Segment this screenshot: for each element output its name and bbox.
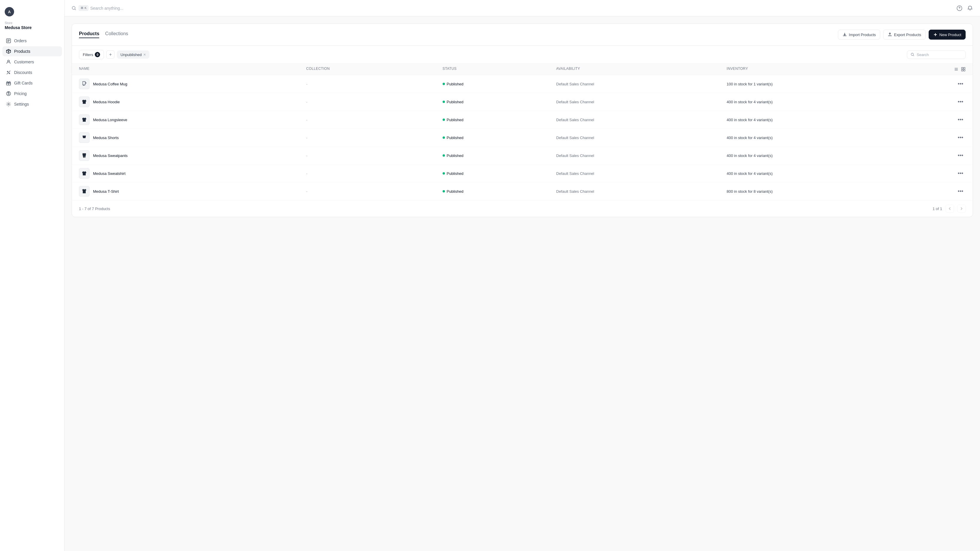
import-icon	[842, 32, 847, 37]
card-header: Products Collections Import Products	[72, 24, 973, 46]
status-label: Published	[447, 189, 463, 194]
sidebar-item-discounts-label: Discounts	[14, 70, 32, 75]
product-cell: Medusa Sweatpants	[79, 150, 306, 161]
product-more-button[interactable]: •••	[955, 80, 966, 88]
table-row[interactable]: Medusa Sweatshirt - Published Default Sa…	[72, 165, 973, 183]
product-more-button[interactable]: •••	[955, 151, 966, 160]
import-products-button[interactable]: Import Products	[838, 30, 880, 40]
product-thumbnail	[79, 150, 89, 161]
product-inventory: 400 in stock for 4 variant(s)	[727, 118, 954, 122]
tab-collections[interactable]: Collections	[105, 31, 128, 38]
footer-count: 1 - 7 of 7 Products	[79, 206, 110, 211]
filters-left: Filters 0 + Unpublished ×	[79, 50, 150, 59]
product-name: Medusa Shorts	[93, 135, 119, 140]
product-availability: Default Sales Channel	[556, 189, 727, 194]
product-actions: •••	[954, 151, 966, 160]
svg-rect-13	[964, 70, 965, 71]
content: Products Collections Import Products	[65, 16, 980, 551]
product-name: Medusa Coffee Mug	[93, 82, 127, 86]
sidebar-item-gift-cards-label: Gift Cards	[14, 81, 33, 86]
product-collection: -	[306, 118, 442, 122]
sidebar-nav: Orders Products Customers	[0, 36, 64, 109]
sidebar-item-discounts[interactable]: Discounts	[2, 67, 62, 78]
product-actions: •••	[954, 133, 966, 142]
product-name: Medusa Sweatpants	[93, 154, 128, 158]
tab-area: Products Collections	[79, 31, 134, 38]
table-row[interactable]: Medusa Longsleeve - Published Default Sa…	[72, 111, 973, 129]
new-product-button[interactable]: New Product	[929, 30, 966, 40]
product-collection: -	[306, 100, 442, 104]
search-placeholder-text: Search anything...	[90, 6, 123, 11]
sidebar-item-orders[interactable]: Orders	[2, 36, 62, 46]
table-row[interactable]: Medusa T-Shirt - Published Default Sales…	[72, 183, 973, 200]
status-label: Published	[447, 135, 463, 140]
product-more-button[interactable]: •••	[955, 98, 966, 106]
prev-page-button[interactable]	[946, 205, 954, 213]
filters-button[interactable]: Filters 0	[79, 50, 104, 59]
product-more-button[interactable]: •••	[955, 133, 966, 142]
sidebar-item-pricing[interactable]: Pricing	[2, 89, 62, 98]
status-dot	[442, 154, 445, 157]
tab-products[interactable]: Products	[79, 31, 99, 38]
avatar: A	[5, 7, 14, 16]
sidebar-item-customers[interactable]: Customers	[2, 57, 62, 67]
card-footer: 1 - 7 of 7 Products 1 of 1	[72, 200, 973, 217]
product-inventory: 800 in stock for 8 variant(s)	[727, 189, 954, 194]
next-page-button[interactable]	[958, 205, 966, 213]
filters-label: Filters	[83, 52, 93, 57]
product-actions: •••	[954, 80, 966, 88]
product-thumbnail	[79, 114, 89, 125]
product-more-button[interactable]: •••	[955, 116, 966, 124]
status-dot	[442, 172, 445, 175]
list-view-icon[interactable]	[954, 67, 959, 72]
grid-view-icon[interactable]	[961, 67, 966, 72]
table-row[interactable]: Medusa Shorts - Published Default Sales …	[72, 129, 973, 147]
product-cell: Medusa T-Shirt	[79, 186, 306, 197]
product-thumbnail	[79, 132, 89, 143]
page-info: 1 of 1	[932, 206, 942, 211]
sidebar-item-gift-cards[interactable]: Gift Cards	[2, 78, 62, 88]
table-row[interactable]: Medusa Coffee Mug - Published Default Sa…	[72, 75, 973, 93]
th-availability: Availability	[556, 67, 727, 72]
status-label: Published	[447, 154, 463, 158]
help-icon[interactable]	[956, 5, 963, 11]
product-collection: -	[306, 135, 442, 140]
sidebar: A Store Medusa Store Orders Products	[0, 0, 65, 551]
tag-close-button[interactable]: ×	[143, 52, 146, 57]
sidebar-item-settings[interactable]: Settings	[2, 99, 62, 109]
status-dot	[442, 101, 445, 103]
store-name: Medusa Store	[5, 25, 60, 30]
table-search-box[interactable]	[907, 51, 966, 59]
export-products-label: Export Products	[894, 33, 921, 37]
product-more-button[interactable]: •••	[955, 169, 966, 178]
product-availability: Default Sales Channel	[556, 171, 727, 176]
product-thumbnail	[79, 97, 89, 107]
product-collection: -	[306, 171, 442, 176]
notification-icon[interactable]	[967, 5, 973, 11]
product-availability: Default Sales Channel	[556, 118, 727, 122]
product-cell: Medusa Sweatshirt	[79, 168, 306, 179]
export-icon	[888, 32, 892, 37]
product-actions: •••	[954, 98, 966, 106]
svg-rect-12	[961, 70, 963, 71]
product-availability: Default Sales Channel	[556, 82, 727, 86]
table-search-input[interactable]	[916, 52, 962, 57]
product-name: Medusa Hoodie	[93, 100, 120, 104]
settings-icon	[6, 102, 11, 107]
product-status: Published	[442, 82, 556, 86]
filter-add-button[interactable]: +	[106, 51, 115, 59]
table-row[interactable]: Medusa Sweatpants - Published Default Sa…	[72, 147, 973, 165]
filter-count-badge: 0	[95, 52, 100, 57]
table-row[interactable]: Medusa Hoodie - Published Default Sales …	[72, 93, 973, 111]
product-actions: •••	[954, 169, 966, 178]
product-more-button[interactable]: •••	[955, 187, 966, 196]
import-products-label: Import Products	[849, 33, 876, 37]
export-products-button[interactable]: Export Products	[883, 30, 926, 40]
sidebar-item-products[interactable]: Products	[2, 46, 62, 56]
search-area[interactable]: ⌘ K Search anything...	[72, 5, 123, 11]
topbar-actions	[956, 5, 973, 11]
pricing-icon	[6, 91, 11, 96]
sidebar-item-orders-label: Orders	[14, 38, 27, 43]
product-status: Published	[442, 100, 556, 104]
th-inventory: Inventory	[727, 67, 954, 72]
